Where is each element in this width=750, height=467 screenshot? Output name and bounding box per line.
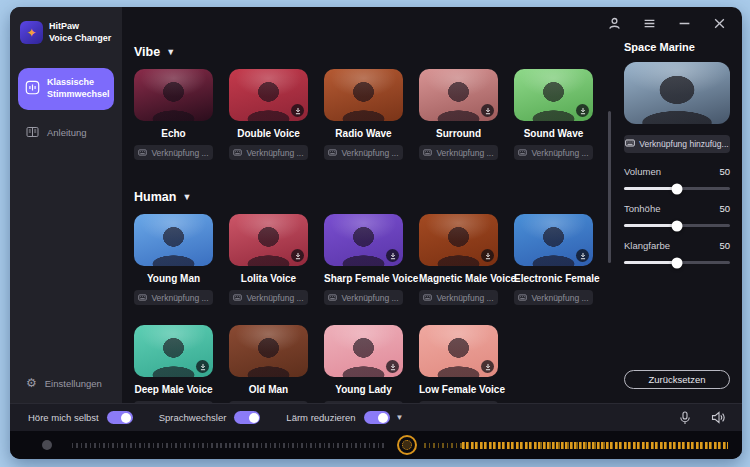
slider-track[interactable]	[624, 224, 730, 227]
sidebar-item-klassische-stimmwechsel[interactable]: Klassische Stimmwechsel	[18, 68, 114, 109]
sidebar-item-label: Einstellungen	[45, 378, 102, 389]
voice-card: Low Female Voice Verknüpfung ...	[419, 325, 498, 403]
voice-card: Surround Verknüpfung ...	[419, 69, 498, 160]
reset-button[interactable]: Zurücksetzen	[624, 370, 730, 389]
shortcut-button[interactable]: Verknüpfung ...	[419, 401, 498, 403]
add-shortcut-button[interactable]: Verknüpfung hinzufüg...	[624, 135, 730, 153]
card-title: Young Lady	[324, 384, 403, 395]
card-art[interactable]	[419, 325, 498, 377]
toggle-switch[interactable]	[234, 411, 260, 424]
shortcut-button[interactable]: Verknüpfung ...	[134, 145, 213, 160]
voice-section: Vibe ▼ Echo Verknüpfung ... Double Voice…	[134, 45, 598, 160]
download-badge-icon	[291, 104, 304, 117]
card-art[interactable]	[419, 214, 498, 266]
toggle-switch[interactable]	[364, 411, 390, 424]
selected-voice-preview	[624, 62, 730, 124]
card-art[interactable]	[324, 325, 403, 377]
download-badge-icon	[481, 104, 494, 117]
shortcut-label: Verknüpfung ...	[246, 293, 303, 303]
chevron-down-icon: ▼	[166, 47, 175, 57]
section-title-text: Vibe	[134, 45, 160, 59]
slider-fill	[624, 261, 677, 264]
download-badge-icon	[481, 360, 494, 373]
shortcut-button[interactable]: Verknüpfung ...	[229, 401, 308, 403]
card-art[interactable]	[134, 214, 213, 266]
shortcut-label: Verknüpfung ...	[531, 293, 588, 303]
shortcut-label: Verknüpfung ...	[151, 293, 208, 303]
card-title: Surround	[419, 128, 498, 139]
vertical-scrollbar[interactable]	[608, 111, 611, 263]
slider-group: Klangfarbe 50	[624, 240, 730, 264]
slider-track[interactable]	[624, 187, 730, 190]
menu-icon[interactable]	[643, 17, 656, 30]
sidebar-item-einstellungen[interactable]: ⚙ Einstellungen	[18, 377, 114, 389]
card-art[interactable]	[514, 214, 593, 266]
toggle-label: Sprachwechsler	[159, 412, 227, 423]
shortcut-label: Verknüpfung ...	[246, 148, 303, 158]
slider-value: 50	[719, 240, 730, 251]
keyboard-icon	[423, 293, 432, 303]
speaker-icon[interactable]	[711, 411, 726, 424]
card-art[interactable]	[229, 325, 308, 377]
sidebar-item-label: Klassische Stimmwechsel	[47, 77, 110, 100]
shortcut-button[interactable]: Verknüpfung ...	[324, 290, 403, 305]
slider-track[interactable]	[624, 261, 730, 264]
add-shortcut-label: Verknüpfung hinzufüg...	[639, 139, 728, 149]
download-badge-icon	[291, 249, 304, 262]
shortcut-button[interactable]: Verknüpfung ...	[134, 401, 213, 403]
card-title: Young Man	[134, 273, 213, 284]
card-art[interactable]	[229, 214, 308, 266]
card-art[interactable]	[229, 69, 308, 121]
card-grid: Echo Verknüpfung ... Double Voice Verknü…	[134, 69, 604, 160]
download-badge-icon	[386, 249, 399, 262]
microphone-icon[interactable]	[679, 411, 691, 425]
account-icon[interactable]	[608, 17, 621, 30]
shortcut-button[interactable]: Verknüpfung ...	[419, 290, 498, 305]
minimize-icon[interactable]	[678, 17, 691, 30]
card-grid: Young Man Verknüpfung ... Lolita Voice V…	[134, 214, 604, 403]
card-art[interactable]	[324, 214, 403, 266]
playhead-marker[interactable]	[397, 435, 417, 455]
slider-value: 50	[719, 203, 730, 214]
shortcut-button[interactable]: Verknüpfung ...	[229, 290, 308, 305]
section-title-text: Human	[134, 190, 176, 204]
waveform-timeline	[10, 431, 742, 459]
slider-thumb[interactable]	[672, 257, 683, 268]
slider-thumb[interactable]	[672, 183, 683, 194]
download-badge-icon	[481, 249, 494, 262]
section-header[interactable]: Human ▼	[134, 190, 598, 204]
card-art[interactable]	[324, 69, 403, 121]
slider-thumb[interactable]	[672, 220, 683, 231]
keyboard-icon	[328, 293, 337, 303]
toggle-switch[interactable]	[107, 411, 133, 424]
card-art[interactable]	[419, 69, 498, 121]
shortcut-label: Verknüpfung ...	[436, 293, 493, 303]
voice-card: Lolita Voice Verknüpfung ...	[229, 214, 308, 305]
toggle-label: Höre mich selbst	[28, 412, 99, 423]
card-art[interactable]	[134, 325, 213, 377]
voice-card: Radio Wave Verknüpfung ...	[324, 69, 403, 160]
shortcut-button[interactable]: Verknüpfung ...	[229, 145, 308, 160]
card-art[interactable]	[134, 69, 213, 121]
close-icon[interactable]	[713, 17, 726, 30]
shortcut-button[interactable]: Verknüpfung ...	[134, 290, 213, 305]
shortcut-label: Verknüpfung ...	[436, 148, 493, 158]
sidebar-item-anleitung[interactable]: Anleitung	[18, 126, 114, 140]
keyboard-icon	[233, 148, 242, 158]
download-badge-icon	[576, 104, 589, 117]
keyboard-icon	[328, 148, 337, 158]
shortcut-label: Verknüpfung ...	[531, 148, 588, 158]
card-art[interactable]	[514, 69, 593, 121]
voice-card: Young Lady Verknüpfung ...	[324, 325, 403, 403]
keyboard-icon	[518, 293, 527, 303]
section-header[interactable]: Vibe ▼	[134, 45, 598, 59]
shortcut-button[interactable]: Verknüpfung ...	[419, 145, 498, 160]
shortcut-button[interactable]: Verknüpfung ...	[514, 145, 593, 160]
selected-voice-title: Space Marine	[624, 41, 730, 53]
shortcut-button[interactable]: Verknüpfung ...	[514, 290, 593, 305]
shortcut-button[interactable]: Verknüpfung ...	[324, 401, 403, 403]
voice-card: Electronic Female Verknüpfung ...	[514, 214, 593, 305]
chevron-down-icon[interactable]: ▼	[396, 413, 404, 422]
slider-group: Volumen 50	[624, 166, 730, 190]
shortcut-button[interactable]: Verknüpfung ...	[324, 145, 403, 160]
